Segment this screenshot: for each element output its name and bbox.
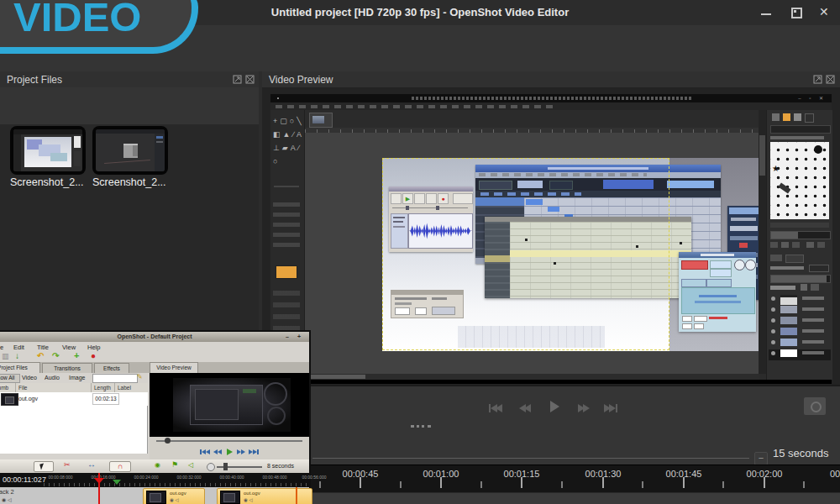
audio-marker-icon: ◁ bbox=[188, 461, 193, 469]
overlay-track-label: Track 2 bbox=[0, 488, 14, 496]
overlay-zoom-label: 8 seconds bbox=[267, 463, 294, 469]
splitter-handle[interactable] bbox=[411, 425, 431, 428]
openshot-window: Untitled project [HD 720p 30 fps] - Open… bbox=[0, 0, 840, 504]
ruler-label: 00: bbox=[830, 469, 840, 479]
clip-edge-marker bbox=[296, 487, 297, 504]
save-icon: ▥ bbox=[2, 352, 9, 360]
overlay-preview bbox=[150, 373, 309, 437]
transport-bar bbox=[262, 385, 840, 438]
arrow-tool bbox=[34, 461, 54, 472]
overlay-filter-row: Show All Video Audio Image ✎ bbox=[0, 373, 148, 383]
float-panel-icon[interactable] bbox=[813, 75, 822, 84]
record-icon: ● bbox=[91, 351, 96, 360]
minimize-button[interactable] bbox=[761, 13, 771, 15]
project-files-filter-bar: Show All Video Audio Image bbox=[0, 87, 259, 124]
zoom-out-button[interactable]: − bbox=[754, 452, 768, 465]
video-preview-title: Video Preview bbox=[269, 74, 333, 86]
canvas-vscrollbar[interactable] bbox=[759, 110, 766, 374]
project-files-list: Screenshot_2... Screenshot_2... bbox=[0, 124, 259, 330]
file-thumbnail[interactable] bbox=[92, 126, 168, 175]
video-logo-text: VIDEO bbox=[13, 0, 141, 40]
jump-start-button[interactable] bbox=[483, 400, 508, 415]
overlay-menubar: File Edit Title View Help bbox=[0, 342, 309, 351]
close-panel-icon[interactable] bbox=[826, 75, 835, 84]
overlay-minimize: – bbox=[286, 332, 289, 342]
zoom-icon bbox=[207, 463, 215, 471]
snapshot-marker-icon: ◉ bbox=[155, 461, 160, 469]
gimp-dock: ★ bbox=[766, 110, 832, 380]
add-icon: + bbox=[74, 350, 79, 360]
zoom-scale-label: 15 seconds bbox=[773, 447, 829, 459]
overlay-window-title: OpenShot - Default Project – + bbox=[0, 332, 309, 342]
snapshot-camera-icon[interactable] bbox=[804, 397, 826, 415]
overlay-transport bbox=[150, 445, 309, 459]
fast-forward-button[interactable] bbox=[571, 400, 596, 415]
overlay-edit-toolbar: ✂ ↔ ∩ ◉ ⚑ ◁ 8 seconds bbox=[0, 459, 309, 473]
close-panel-icon[interactable] bbox=[245, 75, 255, 84]
overlay-seek-bar bbox=[150, 437, 309, 445]
pencil-icon: ✎ bbox=[137, 373, 143, 381]
overlay-toolbar: ▥ ↓ ↶ ↷ + ● bbox=[0, 351, 309, 362]
undo-icon: ↶ bbox=[37, 351, 44, 360]
maximize-button[interactable] bbox=[791, 8, 802, 18]
snap-tool: ∩ bbox=[109, 461, 131, 472]
redo-icon: ↷ bbox=[52, 351, 59, 360]
overlay-tabs: Project Files Transitions Effects Video … bbox=[0, 362, 309, 373]
preview-frame: – ▫ ✕ +▢○╲ ◧▲∕A ⊥▰A∕ ○ bbox=[270, 94, 832, 384]
file-name[interactable]: Screenshot_2... bbox=[92, 176, 173, 188]
video-logo: VIDEO bbox=[0, 0, 198, 54]
float-panel-icon[interactable] bbox=[233, 75, 242, 84]
rewind-button[interactable] bbox=[512, 400, 538, 415]
play-button[interactable] bbox=[542, 398, 567, 413]
overlay-timeline-ruler: 00:00:11:027 00:00:08:000 00:00:16:000 0… bbox=[0, 473, 309, 487]
timeline-clip: out.ogv ◉ ◁ bbox=[217, 488, 312, 504]
marker-flag-icon: ⚑ bbox=[171, 460, 178, 469]
overlay-track-area: Track 2 ◉ ◁ out.ogv ◉ ◁ out.ogv ◉ ◁ bbox=[0, 487, 309, 504]
tab-project-files: Project Files bbox=[0, 362, 40, 374]
file-thumbnail[interactable] bbox=[10, 126, 86, 175]
track-icons: ◉ ◁ bbox=[2, 496, 12, 502]
razor-tool: ✂ bbox=[64, 460, 71, 469]
preview-canvas: ▶ ● bbox=[382, 158, 760, 351]
project-files-header: Project Files bbox=[0, 71, 259, 87]
import-icon: ↓ bbox=[15, 351, 19, 360]
overlay-green-marker bbox=[113, 480, 121, 485]
file-name[interactable]: Screenshot_2... bbox=[10, 176, 91, 188]
overlay-file-row: out.ogv 00:02:13 bbox=[0, 392, 148, 406]
project-files-title: Project Files bbox=[7, 74, 62, 86]
close-button[interactable]: ✕ bbox=[819, 5, 829, 18]
tab-video-preview: Video Preview bbox=[150, 362, 198, 374]
zoom-slider[interactable] bbox=[312, 458, 749, 459]
timeline-clip: out.ogv ◉ ◁ bbox=[143, 488, 205, 504]
video-preview-header: Video Preview bbox=[262, 71, 840, 87]
overlay-close: + bbox=[297, 332, 301, 342]
canvas-hscrollbar[interactable] bbox=[305, 374, 759, 380]
video-preview-area[interactable]: – ▫ ✕ +▢○╲ ◧▲∕A ⊥▰A∕ ○ bbox=[262, 87, 840, 385]
resize-tool: ↔ bbox=[87, 459, 96, 469]
overlay-file-length: 00:02:13 bbox=[92, 393, 119, 405]
overlay-screenshot: OpenShot - Default Project – + File Edit… bbox=[0, 330, 311, 504]
overlay-file-name: out.ogv bbox=[18, 396, 38, 402]
overlay-playhead-head bbox=[94, 478, 104, 484]
jump-end-button[interactable] bbox=[598, 400, 623, 415]
